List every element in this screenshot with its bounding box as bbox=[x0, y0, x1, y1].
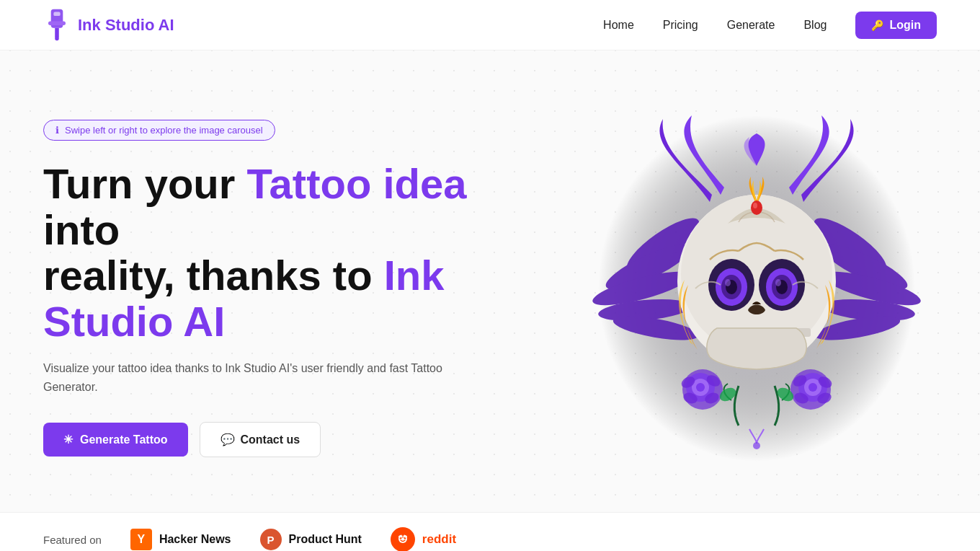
hero-left: ℹ Swipe left or right to explore the ima… bbox=[43, 120, 548, 457]
ph-badge: P bbox=[260, 529, 282, 550]
sparkle-icon: ✳ bbox=[63, 433, 73, 446]
svg-point-3 bbox=[55, 36, 59, 40]
svg-rect-1 bbox=[53, 12, 60, 16]
nav-pricing[interactable]: Pricing bbox=[663, 19, 698, 32]
svg-point-18 bbox=[753, 203, 757, 208]
svg-point-28 bbox=[775, 279, 781, 286]
key-icon: 🔑 bbox=[871, 19, 883, 31]
contact-btn-label: Contact us bbox=[241, 433, 300, 446]
hero-section: ℹ Swipe left or right to explore the ima… bbox=[0, 50, 980, 512]
product-hunt-text: Product Hunt bbox=[289, 533, 362, 546]
nav-blog[interactable]: Blog bbox=[803, 19, 827, 32]
svg-point-17 bbox=[751, 200, 762, 215]
svg-point-52 bbox=[808, 383, 817, 392]
logo-link[interactable]: Ink Studio AI bbox=[43, 8, 174, 43]
navbar: Ink Studio AI Home Pricing Generate Blog… bbox=[0, 0, 980, 50]
info-icon: ℹ bbox=[55, 125, 59, 136]
logo-text: Ink Studio AI bbox=[78, 16, 174, 35]
svg-rect-2 bbox=[48, 21, 66, 25]
featured-bar: Featured on Y Hacker News P Product Hunt… bbox=[0, 512, 980, 551]
login-label: Login bbox=[889, 19, 921, 32]
svg-point-23 bbox=[725, 279, 731, 286]
svg-point-66 bbox=[401, 533, 404, 536]
hero-image bbox=[576, 94, 937, 483]
hacker-news-text: Hacker News bbox=[159, 533, 231, 546]
featured-label: Featured on bbox=[43, 534, 102, 546]
featured-product-hunt[interactable]: P Product Hunt bbox=[260, 529, 362, 550]
generate-btn-label: Generate Tattoo bbox=[80, 433, 168, 446]
featured-reddit[interactable]: reddit bbox=[391, 527, 456, 551]
nav-links: Home Pricing Generate Blog 🔑 Login bbox=[603, 12, 937, 39]
skull-illustration bbox=[584, 101, 930, 476]
hn-badge: Y bbox=[130, 529, 152, 550]
chat-icon: 💬 bbox=[220, 433, 235, 446]
heading-part2-a: intoreality, thanks to bbox=[43, 206, 384, 299]
carousel-hint-text: Swipe left or right to explore the image… bbox=[65, 125, 263, 136]
generate-tattoo-button[interactable]: ✳ Generate Tattoo bbox=[43, 423, 188, 457]
svg-point-44 bbox=[696, 383, 705, 392]
nav-home[interactable]: Home bbox=[603, 19, 634, 32]
nav-generate[interactable]: Generate bbox=[727, 19, 775, 32]
hero-heading: Turn your Tattoo idea intoreality, thank… bbox=[43, 161, 548, 345]
carousel-hint: ℹ Swipe left or right to explore the ima… bbox=[43, 120, 275, 141]
hero-subtext: Visualize your tattoo idea thanks to Ink… bbox=[43, 359, 476, 396]
logo-icon bbox=[43, 8, 71, 43]
svg-point-59 bbox=[753, 442, 760, 449]
reddit-text: reddit bbox=[422, 532, 456, 547]
heading-part1: Turn your bbox=[43, 160, 246, 207]
featured-hacker-news[interactable]: Y Hacker News bbox=[130, 529, 231, 550]
login-button[interactable]: 🔑 Login bbox=[855, 12, 937, 39]
reddit-badge bbox=[391, 527, 415, 551]
hero-buttons: ✳ Generate Tattoo 💬 Contact us bbox=[43, 422, 548, 457]
heading-tattoo-idea: Tattoo idea bbox=[246, 160, 466, 207]
contact-us-button[interactable]: 💬 Contact us bbox=[200, 422, 321, 457]
